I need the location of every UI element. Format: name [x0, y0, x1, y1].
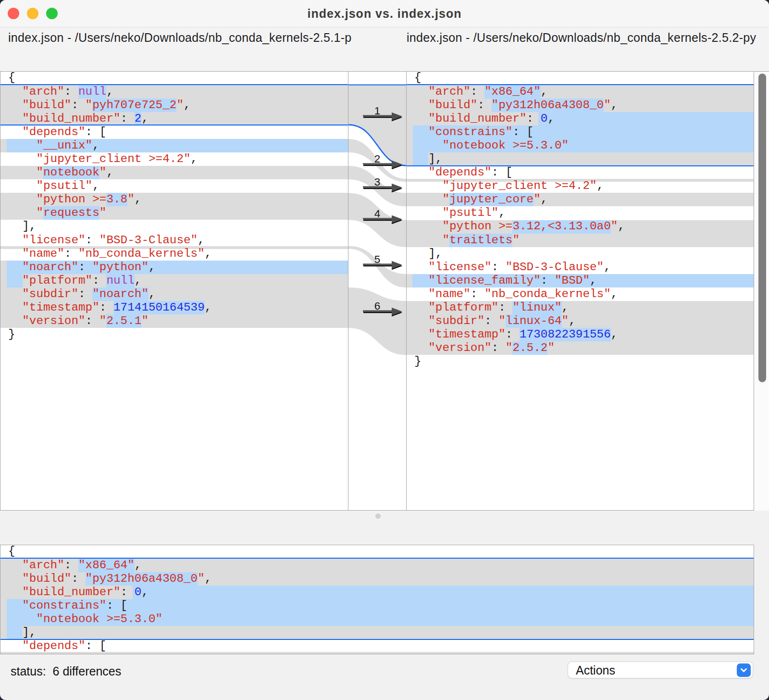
svg-text:6: 6 — [374, 300, 381, 312]
svg-text:5: 5 — [374, 253, 381, 265]
svg-text:1: 1 — [374, 105, 381, 117]
svg-text:3: 3 — [374, 176, 381, 188]
svg-text:4: 4 — [374, 208, 381, 220]
svg-text:2: 2 — [374, 153, 381, 165]
